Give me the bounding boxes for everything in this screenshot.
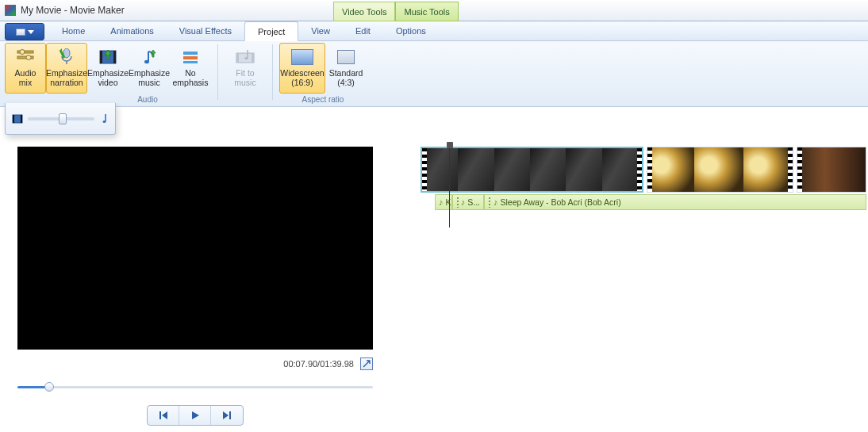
svg-point-9: [144, 60, 149, 63]
audio-clip-label: S...: [467, 197, 480, 207]
music-note-icon: ♪: [461, 197, 466, 207]
emphasize-narration-label-2: narration: [50, 78, 83, 88]
playback-time: 00:07.90/01:39.98: [283, 359, 354, 369]
tab-view[interactable]: View: [298, 21, 343, 40]
contextual-tabs: Video Tools Music Tools: [333, 0, 459, 21]
widescreen-label-2: (16:9): [291, 78, 313, 88]
fit-to-music-label-1: Fit to: [236, 69, 254, 78]
file-menu-icon: [16, 29, 25, 36]
prev-frame-button[interactable]: [148, 406, 179, 425]
emphasize-video-label-1: Emphasize: [87, 69, 129, 78]
tab-visual-effects[interactable]: Visual Effects: [167, 21, 244, 40]
fullscreen-button[interactable]: [360, 357, 373, 370]
drag-handle-icon[interactable]: [456, 197, 459, 208]
seek-fill: [17, 386, 48, 388]
playhead[interactable]: [449, 143, 450, 227]
music-note-up-icon: [137, 47, 161, 67]
video-icon: [12, 113, 23, 124]
time-row: 00:07.90/01:39.98: [17, 357, 373, 370]
play-icon: [190, 411, 200, 420]
standard-label-1: Standard: [329, 69, 363, 78]
play-button[interactable]: [179, 406, 211, 425]
preview-pane: 00:07.90/01:39.98: [0, 107, 397, 432]
emphasize-music-label-1: Emphasize: [129, 69, 170, 78]
no-emphasis-button[interactable]: No emphasis: [170, 43, 211, 94]
timeline-pane: ♪ K ♪ S... ♪ Sleep Away - Bob Acri (Bob …: [397, 107, 868, 432]
file-menu-button[interactable]: [5, 23, 44, 40]
audio-clip[interactable]: ♪ Sleep Away - Bob Acri (Bob Acri): [484, 194, 866, 210]
fit-to-music-icon: [233, 47, 257, 67]
emphasize-video-button[interactable]: Emphasize video: [87, 43, 129, 94]
video-clip[interactable]: [421, 147, 643, 193]
no-emphasis-label-1: No: [185, 69, 195, 78]
audio-mix-slider-panel[interactable]: [5, 103, 116, 135]
audio-clip-label: K: [446, 197, 451, 207]
emphasize-narration-button[interactable]: Emphasize narration: [46, 43, 87, 94]
tab-project[interactable]: Project: [244, 21, 298, 41]
svg-point-3: [26, 55, 31, 60]
svg-rect-19: [21, 115, 22, 123]
step-back-icon: [158, 411, 169, 420]
svg-rect-14: [236, 53, 239, 63]
transport-controls: [17, 405, 373, 426]
seek-rail: [17, 386, 373, 388]
no-emphasis-label-2: emphasis: [173, 78, 209, 88]
title-bar: My Movie - Movie Maker Video Tools Music…: [0, 0, 868, 21]
video-track[interactable]: [421, 147, 866, 193]
tab-options[interactable]: Options: [383, 21, 439, 40]
timeline[interactable]: ♪ K ♪ S... ♪ Sleep Away - Bob Acri (Bob …: [421, 147, 866, 210]
context-tab-music-tools[interactable]: Music Tools: [395, 2, 458, 21]
audio-mix-slider[interactable]: [28, 117, 94, 120]
video-preview[interactable]: [17, 147, 373, 350]
equal-bars-icon: [179, 47, 202, 67]
window-title: My Movie - Movie Maker: [21, 5, 125, 16]
group-label-audio: Audio: [124, 94, 171, 105]
ribbon-tab-row: Home Animations Visual Effects Project V…: [0, 21, 868, 41]
music-note-icon: [99, 113, 109, 124]
svg-rect-12: [183, 61, 198, 63]
audio-mix-button[interactable]: Audio mix: [5, 43, 46, 94]
seek-bar[interactable]: [17, 381, 373, 392]
next-frame-button[interactable]: [211, 406, 243, 425]
audio-clip[interactable]: ♪ S...: [452, 194, 484, 210]
video-clip[interactable]: [797, 147, 866, 193]
widescreen-button[interactable]: Widescreen (16:9): [279, 43, 325, 94]
widescreen-icon: [290, 47, 314, 67]
svg-rect-21: [159, 411, 161, 419]
tab-edit[interactable]: Edit: [343, 21, 383, 40]
emphasize-video-label-2: video: [98, 78, 117, 88]
step-forward-icon: [221, 411, 232, 420]
drag-handle-icon[interactable]: [488, 197, 491, 208]
standard-label-2: (4:3): [337, 78, 355, 88]
ribbon-group-audio: Audio mix Emphasize narration Emphasize …: [0, 41, 214, 106]
svg-rect-7: [100, 51, 102, 63]
standard-button[interactable]: Standard (4:3): [325, 43, 367, 94]
audio-track[interactable]: ♪ K ♪ S... ♪ Sleep Away - Bob Acri (Bob …: [421, 194, 866, 210]
emphasize-music-label-2: music: [138, 78, 159, 88]
tab-animations[interactable]: Animations: [98, 21, 166, 40]
audio-clip-label: Sleep Away - Bob Acri (Bob Acri): [501, 197, 621, 207]
svg-rect-15: [252, 53, 254, 63]
tab-home[interactable]: Home: [49, 21, 98, 40]
content-area: 00:07.90/01:39.98: [0, 107, 868, 432]
music-note-icon: ♪: [439, 197, 444, 207]
standard-icon: [334, 47, 358, 67]
svg-rect-10: [183, 52, 198, 55]
fit-to-music-label-2: music: [234, 78, 255, 88]
fit-to-music-button: Fit to music: [225, 43, 266, 94]
seek-handle[interactable]: [44, 382, 54, 392]
ribbon-separator: [272, 44, 273, 100]
svg-rect-8: [113, 51, 116, 63]
widescreen-label-1: Widescreen: [280, 69, 324, 78]
context-tab-video-tools[interactable]: Video Tools: [333, 2, 395, 21]
audio-mix-label-2: mix: [19, 78, 32, 88]
svg-point-20: [103, 120, 106, 123]
group-label-aspect: Aspect ratio: [279, 94, 367, 105]
expand-icon: [363, 360, 371, 368]
slider-thumb[interactable]: [59, 113, 67, 124]
svg-rect-11: [183, 56, 198, 59]
emphasize-music-button[interactable]: Emphasize music: [129, 43, 170, 94]
ribbon: Audio mix Emphasize narration Emphasize …: [0, 41, 868, 107]
app-icon: [5, 5, 16, 16]
video-clip[interactable]: [647, 147, 793, 193]
